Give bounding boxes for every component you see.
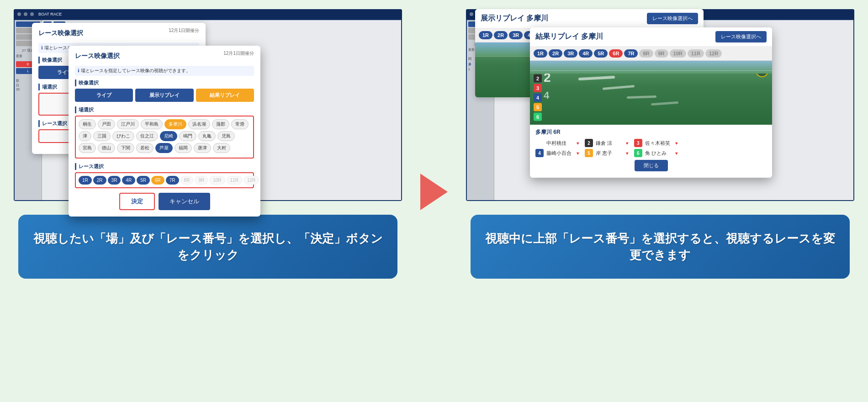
app-title-back: BOAT RACE bbox=[38, 12, 62, 16]
modal-back-title: レース映像選択 bbox=[38, 29, 83, 37]
modal-front-video-label: 映像選択 bbox=[75, 79, 254, 86]
tab-3R-back[interactable]: 3R bbox=[509, 31, 523, 39]
venue-津[interactable]: 津 bbox=[79, 131, 91, 141]
result-name-5: 岸 恵子 bbox=[596, 150, 623, 157]
venue-蒲郡[interactable]: 蒲郡 bbox=[212, 119, 229, 129]
tab-4R-front[interactable]: 4R bbox=[579, 49, 593, 58]
venue-row-1: 桐生 戸田 江戸川 平和島 多摩川 浜名湖 蒲郡 常滑 bbox=[79, 119, 250, 129]
venue-多摩川[interactable]: 多摩川 bbox=[164, 119, 186, 129]
venue-桐生[interactable]: 桐生 bbox=[79, 119, 96, 129]
venue-住之江[interactable]: 住之江 bbox=[136, 131, 158, 141]
btn-replay-front[interactable]: 展示リプレイ bbox=[135, 89, 193, 102]
venue-戸田[interactable]: 戸田 bbox=[98, 119, 115, 129]
btn-decide[interactable]: 決定 bbox=[119, 193, 155, 210]
video-panel-back-select-btn[interactable]: レース映像選択へ bbox=[647, 13, 698, 24]
btn-cancel[interactable]: キャンセル bbox=[159, 193, 210, 210]
tab-2R-back[interactable]: 2R bbox=[494, 31, 508, 39]
right-caption-text: 視聴中に上部「レース番号」を選択すると、視聴するレースを変更できます bbox=[480, 230, 841, 264]
left-panel: BOAT RACE 27 場在 更新 E L 郡 bbox=[0, 0, 416, 402]
race-12R[interactable]: 12R bbox=[243, 176, 259, 185]
tab-7R-front[interactable]: 7R bbox=[624, 49, 638, 58]
result-title: 多摩川 6R bbox=[535, 128, 767, 136]
result-num-2: 2 bbox=[585, 139, 593, 147]
modal-front-title: レース映像選択 bbox=[75, 52, 120, 60]
tab-2R-front[interactable]: 2R bbox=[549, 49, 562, 58]
right-panel: BOAT RACE 27 場在 更新 関 多 1 bbox=[452, 0, 868, 402]
result-num-4: 4 bbox=[535, 149, 544, 157]
venue-福岡[interactable]: 福岡 bbox=[175, 143, 192, 153]
race-9R[interactable]: 9R bbox=[195, 176, 208, 185]
result-name-4: 藤崎小百合 bbox=[546, 150, 574, 157]
venue-浜名湖[interactable]: 浜名湖 bbox=[188, 119, 210, 129]
result-row-1: 1 中村桃佳 ♥ 2 鎌倉 涼 ♥ 3 佐々木裕笑 ♥ bbox=[535, 139, 767, 147]
race-1R[interactable]: 1R bbox=[79, 176, 92, 185]
venue-若松[interactable]: 若松 bbox=[136, 143, 153, 153]
race-7R[interactable]: 7R bbox=[166, 176, 179, 185]
race-2R[interactable]: 2R bbox=[93, 176, 106, 185]
venue-宮島[interactable]: 宮島 bbox=[79, 143, 96, 153]
score-5: 5 bbox=[534, 103, 542, 111]
venue-びわこ[interactable]: びわこ bbox=[112, 131, 134, 141]
score-3: 3 bbox=[534, 84, 542, 92]
action-btns: 決定 キャンセル bbox=[75, 193, 254, 210]
video-panel-front-tabs: 1R 2R 3R 4R 5R 6R 7R 8R 9R 10R 11R 12R bbox=[530, 47, 772, 61]
app-top-bar: BOAT RACE bbox=[14, 9, 402, 19]
video-panel-back-header: 展示リプレイ 多摩川 レース映像選択へ bbox=[475, 9, 704, 28]
modal-front-info: 場とレースを指定してレース映像の視聴ができます。 bbox=[75, 66, 254, 76]
close-btn[interactable]: 閉じる bbox=[635, 160, 668, 171]
venue-平和島[interactable]: 平和島 bbox=[141, 119, 163, 129]
video-panel-front: 結果リプレイ 多摩川 レース映像選択へ 1R 2R 3R 4R 5R 6R 7R… bbox=[530, 27, 772, 178]
modal-front-race-grid[interactable]: 1R 2R 3R 4R 5R 6R 7R 8R 9R 10R 11R 12R bbox=[75, 172, 254, 188]
race-8R[interactable]: 8R bbox=[180, 176, 194, 185]
venue-徳山[interactable]: 徳山 bbox=[98, 143, 115, 153]
venue-三国[interactable]: 三国 bbox=[93, 131, 111, 141]
tab-3R-front[interactable]: 3R bbox=[564, 49, 577, 58]
tab-1R-front[interactable]: 1R bbox=[534, 49, 547, 58]
race-3R[interactable]: 3R bbox=[108, 176, 121, 185]
result-name-6: 角 ひとみ bbox=[645, 150, 672, 157]
race-5R[interactable]: 5R bbox=[137, 176, 150, 185]
video-panel-front-select-btn[interactable]: レース映像選択へ bbox=[715, 31, 767, 42]
btn-live-front[interactable]: ライブ bbox=[75, 89, 133, 102]
video-screen-front: 多摩川 6R W準優勝戦前半 1 2 3 4 5 6 2 4 bbox=[530, 61, 772, 125]
result-num-3: 3 bbox=[634, 139, 642, 147]
venue-江戸川[interactable]: 江戸川 bbox=[117, 119, 139, 129]
venue-芦屋[interactable]: 芦屋 bbox=[155, 143, 173, 153]
modal-front-venue-label: 場選択 bbox=[75, 106, 254, 113]
venue-下関[interactable]: 下関 bbox=[117, 143, 134, 153]
score-2: 2 bbox=[534, 74, 542, 83]
video-panel-front-title: 結果リプレイ 多摩川 bbox=[535, 32, 603, 42]
tab-10R-front: 10R bbox=[670, 49, 686, 58]
result-name-2: 鎌倉 涼 bbox=[596, 140, 623, 147]
tab-8R-front: 8R bbox=[639, 49, 653, 58]
venue-鳴門[interactable]: 鳴門 bbox=[179, 131, 196, 141]
btn-result-front[interactable]: 結果リプレイ bbox=[196, 89, 254, 102]
venue-児島[interactable]: 児島 bbox=[217, 131, 235, 141]
venue-大村[interactable]: 大村 bbox=[213, 143, 230, 153]
modal-front-venue-grid[interactable]: 桐生 戸田 江戸川 平和島 多摩川 浜名湖 蒲郡 常滑 津 三国 びわこ 住之江 bbox=[75, 116, 254, 159]
venue-唐津[interactable]: 唐津 bbox=[194, 143, 211, 153]
right-caption-box: 視聴中に上部「レース番号」を選択すると、視聴するレースを変更できます bbox=[471, 215, 850, 279]
arrow-container bbox=[416, 0, 452, 402]
score-4: 4 bbox=[534, 94, 542, 102]
result-name-3: 佐々木裕笑 bbox=[645, 140, 672, 147]
left-caption-area: 視聴したい「場」及び「レース番号」を選択し、「決定」ボタンをクリック bbox=[14, 210, 402, 283]
venue-常滑[interactable]: 常滑 bbox=[231, 119, 249, 129]
right-caption-area: 視聴中に上部「レース番号」を選択すると、視聴するレースを変更できます bbox=[466, 210, 854, 283]
race-10R[interactable]: 10R bbox=[209, 176, 225, 185]
result-name-1: 中村桃佳 bbox=[546, 140, 574, 147]
venue-尼崎[interactable]: 尼崎 bbox=[160, 131, 177, 141]
venue-row-2: 津 三国 びわこ 住之江 尼崎 鳴門 丸亀 児島 bbox=[79, 131, 250, 141]
tab-5R-front[interactable]: 5R bbox=[594, 49, 608, 58]
result-num-5: 5 bbox=[585, 149, 593, 157]
venue-丸亀[interactable]: 丸亀 bbox=[198, 131, 216, 141]
tab-9R-front: 9R bbox=[655, 49, 668, 58]
tab-1R-back[interactable]: 1R bbox=[479, 31, 492, 39]
race-6R[interactable]: 6R bbox=[151, 176, 164, 185]
race-11R[interactable]: 11R bbox=[227, 176, 242, 185]
video-panel-front-header: 結果リプレイ 多摩川 レース映像選択へ bbox=[530, 27, 772, 47]
tab-6R-front[interactable]: 6R bbox=[609, 49, 623, 58]
modal-back-date: 12月1日開催分 bbox=[169, 27, 199, 34]
race-4R[interactable]: 4R bbox=[122, 176, 135, 185]
modal-front-date: 12月1日開催分 bbox=[223, 50, 254, 57]
